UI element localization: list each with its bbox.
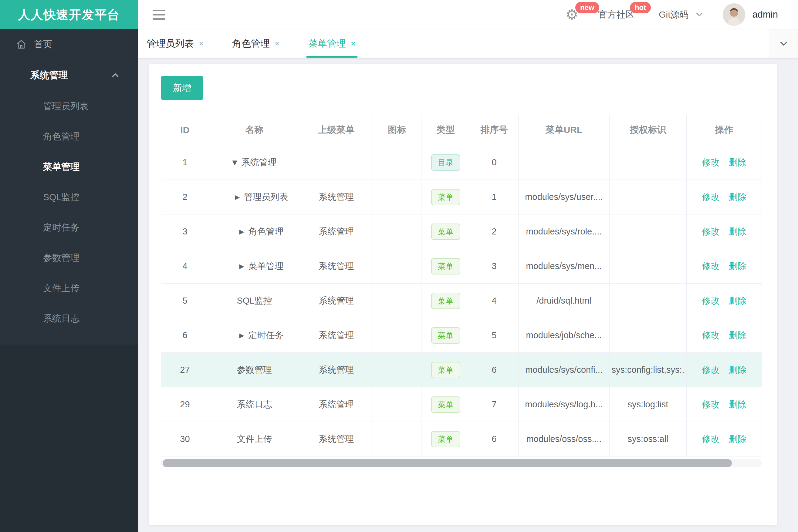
- menu-toggle-button[interactable]: [151, 8, 167, 21]
- sidebar-item-sql-monitor[interactable]: SQL监控: [0, 182, 138, 212]
- caret-right-icon[interactable]: ▶: [239, 332, 244, 339]
- table-row[interactable]: 4▶菜单管理系统管理菜单3modules/sys/men...修改删除: [161, 249, 762, 284]
- sidebar-item-scheduled-tasks[interactable]: 定时任务: [0, 212, 138, 243]
- table-row[interactable]: 29系统日志系统管理菜单7modules/sys/log.h...sys:log…: [161, 387, 762, 422]
- cell-perms: [610, 284, 687, 318]
- cell-id: 29: [161, 387, 209, 422]
- tab-role-mgmt[interactable]: 角色管理 ×: [230, 30, 281, 58]
- edit-link[interactable]: 修改: [702, 296, 720, 305]
- cell-url: modules/oss/oss....: [519, 422, 610, 456]
- app-logo: 人人快速开发平台: [0, 0, 138, 29]
- tab-menu-mgmt[interactable]: 菜单管理 ×: [307, 30, 357, 58]
- delete-link[interactable]: 删除: [729, 261, 746, 271]
- cell-url: [519, 145, 610, 180]
- col-header-url: 菜单URL: [519, 115, 610, 145]
- cell-type: 菜单: [422, 353, 470, 387]
- cell-url: modules/sys/confi...: [519, 353, 610, 387]
- horizontal-scrollbar[interactable]: [161, 459, 762, 467]
- delete-link[interactable]: 删除: [729, 434, 746, 444]
- cell-type: 菜单: [422, 387, 470, 422]
- type-badge: 菜单: [431, 224, 460, 240]
- table-row[interactable]: 1▼系统管理目录0修改删除: [161, 145, 762, 180]
- delete-link[interactable]: 删除: [729, 157, 746, 167]
- table-row[interactable]: 6▶定时任务系统管理菜单5modules/job/sche...修改删除: [161, 318, 762, 353]
- cell-name: ▶定时任务: [209, 318, 300, 353]
- sidebar-group-system[interactable]: 系统管理: [0, 59, 138, 91]
- avatar: [723, 3, 745, 26]
- sidebar-item-home[interactable]: 首页: [0, 29, 138, 59]
- edit-link[interactable]: 修改: [702, 192, 720, 202]
- cell-id: 5: [161, 284, 209, 318]
- sidebar-item-system-log[interactable]: 系统日志: [0, 303, 138, 334]
- settings-menu[interactable]: ⚙ new: [565, 0, 578, 29]
- community-link[interactable]: 官方社区 hot: [598, 0, 634, 29]
- edit-link[interactable]: 修改: [702, 434, 720, 444]
- caret-right-icon[interactable]: ▶: [239, 263, 244, 270]
- header-actions: ⚙ new 官方社区 hot Git源码: [565, 0, 778, 29]
- cell-type: 菜单: [422, 318, 470, 353]
- table-row[interactable]: 30文件上传系统管理菜单6modules/oss/oss....sys:oss:…: [161, 422, 762, 456]
- delete-link[interactable]: 删除: [729, 296, 746, 305]
- sidebar-item-role-mgmt[interactable]: 角色管理: [0, 121, 138, 152]
- delete-link[interactable]: 删除: [729, 192, 746, 202]
- edit-link[interactable]: 修改: [702, 330, 720, 340]
- close-icon[interactable]: ×: [199, 39, 204, 48]
- cell-actions: 修改删除: [687, 180, 762, 214]
- add-button[interactable]: 新增: [161, 76, 203, 100]
- caret-right-icon[interactable]: ▶: [235, 193, 240, 201]
- cell-type: 菜单: [422, 284, 470, 318]
- user-menu[interactable]: admin: [723, 0, 778, 29]
- cell-name: 系统日志: [209, 387, 300, 422]
- edit-link[interactable]: 修改: [702, 365, 720, 375]
- cell-perms: [610, 145, 687, 180]
- menu-name: 系统日志: [237, 399, 272, 411]
- delete-link[interactable]: 删除: [729, 330, 746, 340]
- col-header-perms: 授权标识: [610, 115, 687, 145]
- cell-type: 菜单: [422, 249, 470, 284]
- col-header-icon: 图标: [373, 115, 422, 145]
- sidebar-item-file-upload[interactable]: 文件上传: [0, 273, 138, 303]
- chevron-down-icon: [694, 10, 705, 20]
- delete-link[interactable]: 删除: [729, 365, 746, 375]
- delete-link[interactable]: 删除: [729, 399, 746, 409]
- table-row[interactable]: 27参数管理系统管理菜单6modules/sys/confi...sys:con…: [161, 353, 762, 387]
- sidebar-home-label: 首页: [34, 38, 52, 51]
- menu-name: 定时任务: [248, 329, 284, 342]
- scrollbar-thumb[interactable]: [163, 459, 732, 467]
- sidebar-submenu: 管理员列表 角色管理 菜单管理 SQL监控 定时任务 参数管理 文件上传 系统日…: [0, 91, 138, 334]
- cell-order: 6: [470, 422, 519, 456]
- cell-icon: [373, 422, 422, 456]
- caret-right-icon[interactable]: ▶: [239, 228, 244, 235]
- table-row[interactable]: 3▶角色管理系统管理菜单2modules/sys/role....修改删除: [161, 214, 762, 249]
- cell-icon: [373, 249, 422, 284]
- close-icon[interactable]: ×: [275, 39, 279, 48]
- cell-parent: 系统管理: [300, 214, 373, 249]
- open-tabs: 管理员列表 × 角色管理 × 菜单管理 ×: [138, 30, 382, 58]
- close-icon[interactable]: ×: [351, 39, 356, 48]
- caret-down-icon[interactable]: ▼: [232, 159, 237, 166]
- tab-admin-list[interactable]: 管理员列表 ×: [145, 30, 205, 58]
- cell-type: 目录: [422, 145, 470, 180]
- tab-label: 菜单管理: [308, 37, 346, 50]
- sidebar-item-admin-list[interactable]: 管理员列表: [0, 91, 138, 121]
- edit-link[interactable]: 修改: [702, 261, 720, 271]
- content-panel: 新增 ID 名称 上级菜单 图标 类型 排序号 菜单URL: [149, 64, 777, 525]
- edit-link[interactable]: 修改: [702, 399, 720, 409]
- cell-perms: sys:log:list: [610, 387, 687, 422]
- tab-list-dropdown-button[interactable]: [769, 30, 798, 58]
- cell-perms: [610, 318, 687, 353]
- delete-link[interactable]: 删除: [729, 227, 746, 236]
- col-header-parent: 上级菜单: [300, 115, 373, 145]
- table-row[interactable]: 5SQL监控系统管理菜单4/druid/sql.html修改删除: [161, 284, 762, 318]
- cell-order: 6: [470, 353, 519, 387]
- edit-link[interactable]: 修改: [702, 227, 720, 236]
- git-source-link[interactable]: Git源码: [659, 0, 704, 29]
- table-row[interactable]: 2▶管理员列表系统管理菜单1modules/sys/user....修改删除: [161, 180, 762, 214]
- sidebar-item-param-mgmt[interactable]: 参数管理: [0, 243, 138, 273]
- cell-icon: [373, 353, 422, 387]
- menu-name: 参数管理: [237, 364, 272, 376]
- edit-link[interactable]: 修改: [702, 157, 720, 167]
- sidebar-item-menu-mgmt[interactable]: 菜单管理: [0, 152, 138, 182]
- cell-actions: 修改删除: [687, 318, 762, 353]
- community-label: 官方社区: [598, 8, 634, 21]
